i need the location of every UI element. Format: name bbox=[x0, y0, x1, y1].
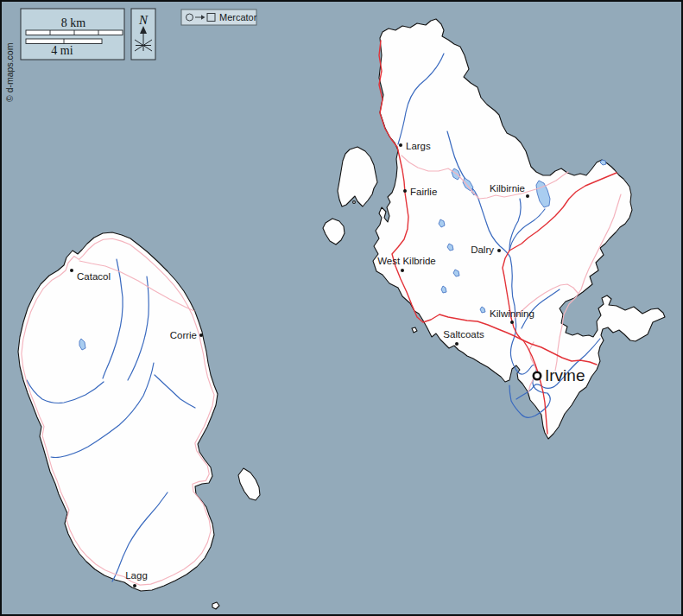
town-label-catacol: Catacol bbox=[77, 271, 111, 282]
town-marker-kilbirnie bbox=[526, 194, 529, 198]
town-marker-dalry bbox=[497, 249, 501, 252]
town-label-kilbirnie: Kilbirnie bbox=[490, 183, 525, 194]
town-label-saltcoats: Saltcoats bbox=[443, 329, 484, 340]
town-label-lagg: Lagg bbox=[125, 570, 148, 581]
town-marker-corrie bbox=[199, 333, 203, 337]
copyright-label: © d-maps.com bbox=[4, 42, 15, 102]
tiny-islet-shape bbox=[353, 201, 356, 204]
town-marker-lagg bbox=[133, 584, 136, 587]
town-marker-saltcoats bbox=[455, 342, 458, 346]
scale-km-label: 8 km bbox=[61, 16, 86, 29]
projection-panel: Mercator bbox=[181, 10, 257, 25]
map-canvas: LargsFairlieKilbirnieDalryWest KilbrideK… bbox=[2, 2, 681, 614]
town-catacol: Catacol bbox=[70, 269, 111, 282]
town-marker-kilwinning bbox=[510, 321, 514, 324]
projection-label: Mercator bbox=[219, 12, 257, 22]
scale-mi-label: 4 mi bbox=[51, 44, 73, 57]
town-label-fairlie: Fairlie bbox=[410, 187, 437, 197]
north-label: N bbox=[138, 13, 149, 27]
town-label-dalry: Dalry bbox=[471, 244, 494, 255]
town-marker-fairlie bbox=[403, 189, 407, 193]
town-marker-largs bbox=[399, 143, 402, 147]
town-label-irvine: Irvine bbox=[545, 366, 585, 384]
scale-panel: 8 km 4 mi bbox=[21, 9, 124, 60]
map-frame: LargsFairlieKilbirnieDalryWest KilbrideK… bbox=[0, 0, 683, 616]
town-label-west-kilbride: West Kilbride bbox=[377, 256, 436, 266]
town-label-largs: Largs bbox=[406, 141, 431, 151]
town-label-kilwinning: Kilwinning bbox=[490, 308, 534, 319]
town-marker-west-kilbride bbox=[401, 269, 404, 272]
town-marker-catacol bbox=[70, 269, 73, 272]
town-label-corrie: Corrie bbox=[170, 330, 197, 340]
town-marker-irvine bbox=[534, 372, 541, 379]
north-panel: N bbox=[131, 9, 155, 60]
